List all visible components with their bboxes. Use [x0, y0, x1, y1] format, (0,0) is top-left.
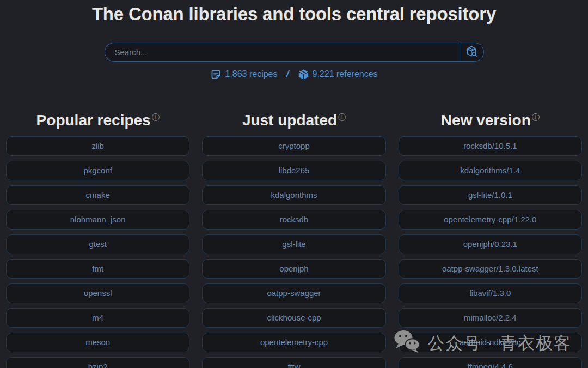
- recipe-button[interactable]: oatpp-swagger/1.3.0.latest: [399, 259, 582, 279]
- recipe-button[interactable]: meson: [6, 333, 189, 352]
- recipe-button[interactable]: openjph/0.23.1: [399, 234, 582, 254]
- recipe-button[interactable]: gsl-lite/1.0.1: [399, 185, 582, 205]
- column-header-label: New version: [441, 112, 531, 129]
- column-list: rocksdb/10.5.1kdalgorithms/1.4gsl-lite/1…: [399, 136, 582, 368]
- recipe-button[interactable]: fftw: [202, 357, 385, 368]
- column-header: New versionⓘ: [399, 108, 582, 130]
- recipe-button[interactable]: openssl: [6, 283, 189, 303]
- column-list: cryptopplibde265kdalgorithmsrocksdbgsl-l…: [202, 136, 385, 368]
- info-icon[interactable]: ⓘ: [152, 113, 160, 122]
- recipe-button[interactable]: android-ndk/r28c: [399, 333, 582, 352]
- column-popular-recipes: Popular recipesⓘ zlibpkgconfcmakenlohman…: [6, 95, 189, 368]
- recipe-button[interactable]: gsl-lite: [202, 234, 385, 254]
- recipe-button[interactable]: kdalgorithms: [202, 185, 385, 205]
- column-header-label: Popular recipes: [36, 112, 151, 129]
- recipe-note-icon: [210, 69, 222, 80]
- info-icon[interactable]: ⓘ: [338, 113, 346, 122]
- column-just-updated: Just updatedⓘ cryptopplibde265kdalgorith…: [202, 95, 385, 368]
- recipe-button[interactable]: ffmpeg/4.4.6: [399, 357, 582, 368]
- recipe-button[interactable]: cryptopp: [202, 136, 385, 156]
- recipe-button[interactable]: clickhouse-cpp: [202, 308, 385, 328]
- recipe-button[interactable]: opentelemetry-cpp/1.22.0: [399, 210, 582, 230]
- columns-grid: Popular recipesⓘ zlibpkgconfcmakenlohman…: [0, 95, 588, 368]
- search-button[interactable]: [460, 43, 483, 61]
- info-icon[interactable]: ⓘ: [532, 113, 540, 122]
- page-title: The Conan libraries and tools central re…: [0, 3, 588, 25]
- references-stat[interactable]: 9,221 references: [313, 68, 378, 80]
- stats-row: 1,863 recipes / 9,221 references: [0, 68, 588, 80]
- recipe-button[interactable]: pkgconf: [6, 161, 189, 180]
- column-header-label: Just updated: [242, 112, 337, 129]
- recipe-button[interactable]: libavif/1.3.0: [399, 283, 582, 303]
- recipe-button[interactable]: zlib: [6, 136, 189, 156]
- stats-separator: /: [286, 68, 289, 80]
- recipe-button[interactable]: rocksdb: [202, 210, 385, 230]
- recipes-stat[interactable]: 1,863 recipes: [225, 68, 277, 80]
- column-header: Popular recipesⓘ: [6, 108, 189, 130]
- package-icon: [298, 69, 309, 80]
- recipe-button[interactable]: oatpp-swagger: [202, 283, 385, 303]
- recipe-button[interactable]: rocksdb/10.5.1: [399, 136, 582, 156]
- column-new-version: New versionⓘ rocksdb/10.5.1kdalgorithms/…: [399, 95, 582, 368]
- search-bar: [105, 43, 484, 62]
- recipe-button[interactable]: m4: [6, 308, 189, 328]
- recipe-button[interactable]: libde265: [202, 161, 385, 180]
- recipe-button[interactable]: openjph: [202, 259, 385, 279]
- recipe-button[interactable]: kdalgorithms/1.4: [399, 161, 582, 180]
- recipe-button[interactable]: fmt: [6, 259, 189, 279]
- recipe-button[interactable]: opentelemetry-cpp: [202, 333, 385, 352]
- recipe-button[interactable]: bzip2: [6, 357, 189, 368]
- recipe-button[interactable]: gtest: [6, 234, 189, 254]
- column-header: Just updatedⓘ: [202, 108, 385, 130]
- column-list: zlibpkgconfcmakenlohmann_jsongtestfmtope…: [6, 136, 189, 368]
- recipe-button[interactable]: cmake: [6, 185, 189, 205]
- package-search-icon: [465, 45, 477, 59]
- search-input[interactable]: [105, 43, 460, 61]
- recipe-button[interactable]: mimalloc/2.2.4: [399, 308, 582, 328]
- recipe-button[interactable]: nlohmann_json: [6, 210, 189, 230]
